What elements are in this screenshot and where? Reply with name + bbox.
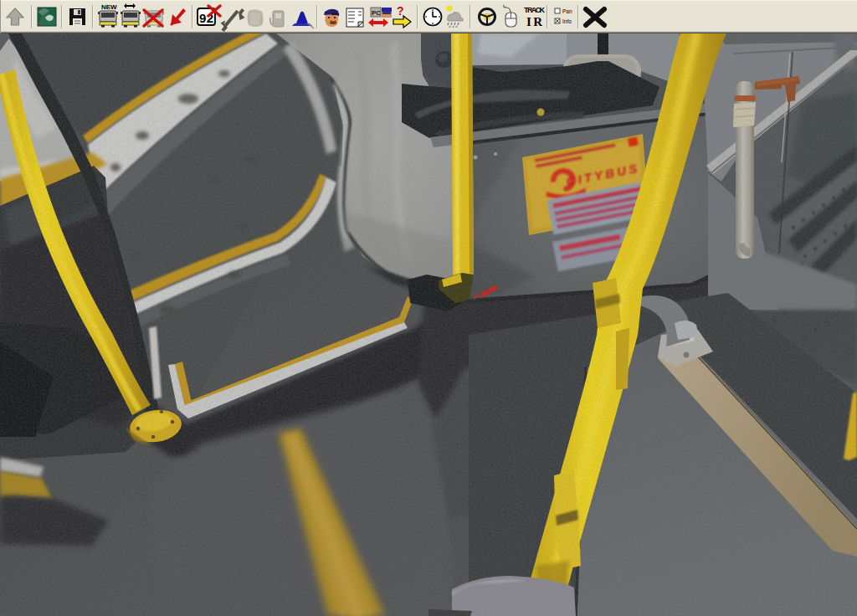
svg-text:TRACK: TRACK bbox=[524, 6, 546, 14]
svg-text:PC: PC bbox=[372, 9, 381, 17]
svg-text:NEW: NEW bbox=[101, 3, 117, 11]
svg-text:Pan: Pan bbox=[562, 8, 572, 14]
svg-text:IR: IR bbox=[526, 15, 542, 28]
svg-text:?: ? bbox=[397, 4, 404, 18]
svg-text:Info: Info bbox=[562, 18, 572, 24]
